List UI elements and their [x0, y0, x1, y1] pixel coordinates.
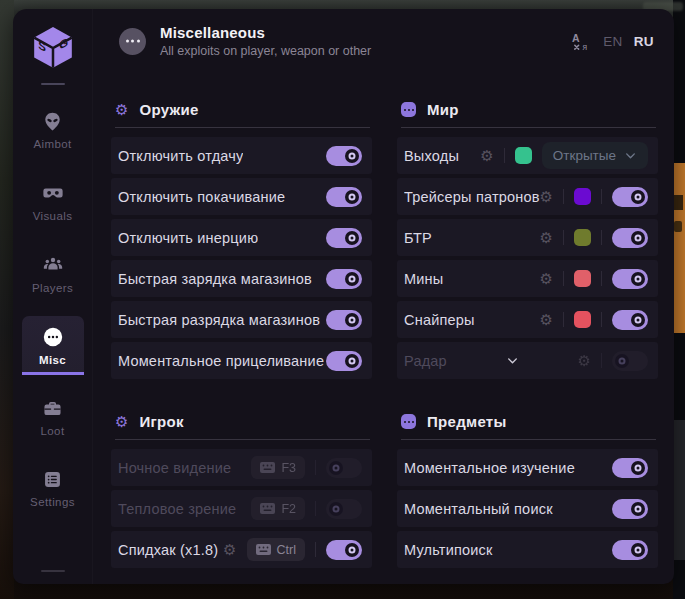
toggle-switch[interactable] [326, 499, 362, 519]
keybind-badge[interactable]: F2 [251, 497, 305, 520]
keyboard-icon [260, 462, 275, 473]
row-controls [326, 228, 362, 248]
keybind-label: F2 [281, 502, 296, 516]
color-swatch[interactable] [574, 188, 591, 205]
translate-icon[interactable]: A я [571, 31, 592, 52]
toggle-switch[interactable] [326, 540, 362, 560]
cheat-menu-panel: S G AimbotVisualsPlayersMiscLootSettings… [13, 9, 674, 584]
toggle-knob [631, 502, 645, 516]
section-items: Предметы Моментальное изучениеМоментальн… [397, 405, 658, 568]
background-detail [674, 420, 685, 560]
section-divider [115, 127, 370, 128]
toggle-knob [345, 313, 359, 327]
row-controls [326, 310, 362, 330]
keyboard-icon [260, 503, 275, 514]
gear-icon[interactable]: ⚙ [223, 542, 236, 557]
sidebar-item-label: Visuals [22, 210, 84, 222]
chevron-down-icon[interactable] [506, 354, 519, 367]
section-title: Оружие [139, 101, 198, 118]
gear-icon: ⚙ [115, 414, 128, 429]
background-orange-object [673, 163, 685, 333]
right-column: Мир Выходы⚙ОткрытыеТрейсеры патронов⚙БТР… [397, 79, 658, 572]
color-swatch[interactable] [574, 311, 591, 328]
setting-label: Тепловое зрение [118, 501, 236, 517]
keybind-label: Ctrl [277, 543, 296, 557]
chevron-down-icon [624, 149, 637, 162]
svg-text:A: A [572, 31, 580, 43]
toggle-knob [345, 190, 359, 204]
sidebar-item-loot[interactable]: Loot [22, 388, 84, 446]
gear-icon: ⚙ [115, 102, 128, 117]
toggle-switch[interactable] [326, 351, 362, 371]
setting-row: Снайперы⚙ [397, 301, 658, 338]
color-swatch[interactable] [515, 147, 532, 164]
gear-icon[interactable]: ⚙ [578, 353, 591, 368]
sidebar-item-label: Settings [22, 496, 84, 508]
color-swatch[interactable] [574, 229, 591, 246]
toggle-switch[interactable] [612, 499, 648, 519]
sidebar-item-players[interactable]: Players [22, 244, 84, 303]
control-separator [563, 271, 564, 286]
keybind-label: F3 [281, 461, 296, 475]
setting-row: Выходы⚙Открытые [397, 137, 658, 174]
setting-label: Ночное видение [118, 460, 231, 476]
group-icon [42, 255, 64, 272]
control-separator [315, 542, 316, 557]
toggle-switch[interactable] [612, 458, 648, 478]
row-spacer [447, 354, 578, 367]
setting-label: Мины [404, 271, 443, 287]
main-area: Miscellaneous All exploits on player, we… [93, 9, 674, 584]
toggle-switch[interactable] [612, 269, 648, 289]
control-separator [504, 148, 505, 163]
gear-icon[interactable]: ⚙ [540, 189, 553, 204]
setting-row: Тепловое зрениеF2 [111, 490, 372, 527]
setting-label: Трейсеры патронов [404, 189, 540, 205]
row-controls [326, 351, 362, 371]
gear-icon[interactable]: ⚙ [540, 230, 553, 245]
dropdown-value: Открытые [553, 148, 616, 163]
dropdown-select[interactable]: Открытые [542, 142, 648, 169]
toggle-switch[interactable] [326, 187, 362, 207]
setting-row: Быстрая разрядка магазинов [111, 301, 372, 338]
row-controls: ⚙ [578, 351, 648, 371]
toggle-switch[interactable] [612, 351, 648, 371]
toggle-switch[interactable] [612, 540, 648, 560]
setting-row: Отключить отдачу [111, 137, 372, 174]
toggle-switch[interactable] [326, 228, 362, 248]
setting-row: БТР⚙ [397, 219, 658, 256]
control-separator [315, 501, 316, 516]
keybind-badge[interactable]: Ctrl [247, 538, 305, 561]
toggle-switch[interactable] [612, 187, 648, 207]
sidebar-item-aimbot[interactable]: Aimbot [22, 101, 84, 159]
sidebar-item-label: Aimbot [22, 138, 84, 150]
row-controls [326, 269, 362, 289]
language-en-button[interactable]: EN [603, 34, 623, 49]
row-controls: F2 [251, 497, 362, 520]
page-ellipsis-circle-icon [119, 28, 146, 55]
setting-label: Мультипоиск [404, 542, 493, 558]
toggle-switch[interactable] [326, 146, 362, 166]
sidebar-item-settings[interactable]: Settings [22, 459, 84, 517]
setting-row: Моментальное изучение [397, 449, 658, 486]
sidebar-item-visuals[interactable]: Visuals [22, 172, 84, 231]
language-ru-button[interactable]: RU [634, 34, 654, 49]
gear-icon[interactable]: ⚙ [480, 148, 493, 163]
row-controls: ⚙ [540, 310, 648, 330]
row-controls [326, 187, 362, 207]
keybind-badge[interactable]: F3 [251, 456, 305, 479]
sidebar-item-misc[interactable]: Misc [22, 316, 84, 375]
gear-icon[interactable]: ⚙ [540, 271, 553, 286]
sidebar-divider [41, 83, 65, 85]
toggle-switch[interactable] [612, 310, 648, 330]
section-divider [401, 127, 656, 128]
row-controls: ⚙Открытые [480, 142, 648, 169]
toggle-switch[interactable] [326, 269, 362, 289]
toggle-knob [345, 149, 359, 163]
row-controls: ⚙Ctrl [223, 538, 362, 561]
toggle-switch[interactable] [326, 458, 362, 478]
setting-row: Быстрая зарядка магазинов [111, 260, 372, 297]
color-swatch[interactable] [574, 270, 591, 287]
toggle-switch[interactable] [326, 310, 362, 330]
toggle-switch[interactable] [612, 228, 648, 248]
gear-icon[interactable]: ⚙ [540, 312, 553, 327]
